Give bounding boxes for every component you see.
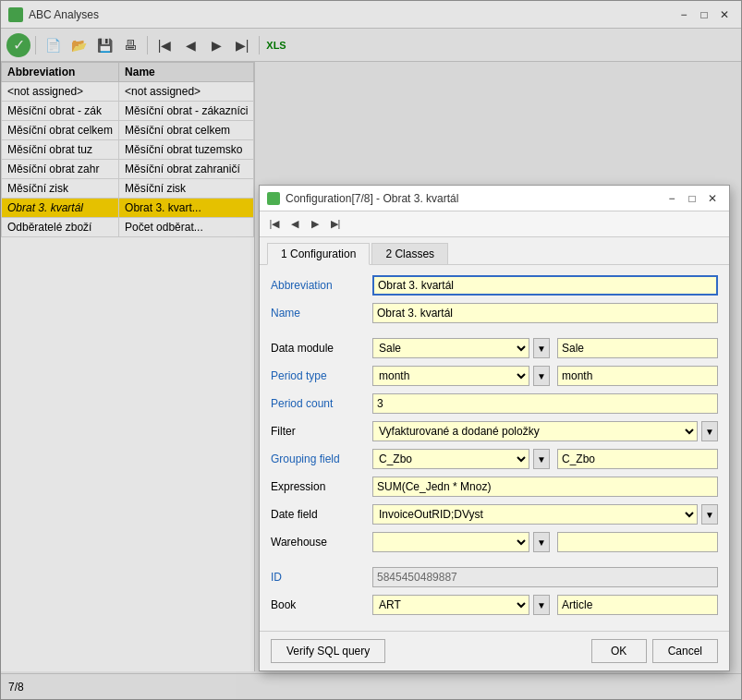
name-row: Name (271, 302, 718, 324)
grouping-field-text[interactable] (557, 449, 718, 469)
period-type-select[interactable]: month (372, 366, 529, 386)
period-count-input[interactable] (372, 393, 718, 414)
configuration-form: Abbreviation Name Data module Sale ▼ Per… (260, 265, 729, 631)
verify-sql-button[interactable]: Verify SQL query (271, 639, 385, 663)
warehouse-dropdown-btn[interactable]: ▼ (533, 532, 550, 552)
filter-row: Filter Vyfakturované a dodané položky ▼ (271, 420, 718, 442)
name-label: Name (271, 307, 372, 320)
dialog-minimize-button[interactable]: − (663, 189, 681, 208)
configuration-dialog: Configuration[7/8] - Obrat 3. kvartál − … (259, 185, 730, 671)
dialog-last-button[interactable]: ▶| (326, 215, 345, 234)
book-row: Book ART ▼ (271, 594, 718, 616)
dialog-window-controls: − □ ✕ (663, 189, 722, 208)
dialog-toolbar: |◀ ◀ ▶ ▶| (260, 211, 729, 237)
period-type-select-wrap: month ▼ (372, 366, 718, 386)
id-row: ID (271, 566, 718, 588)
dialog-icon (267, 192, 280, 205)
date-field-row: Date field InvoiceOutRID;DVyst ▼ (271, 503, 718, 525)
grouping-field-select[interactable]: C_Zbo (372, 449, 529, 469)
dialog-tabs: 1 Configuration 2 Classes (260, 237, 729, 265)
grouping-field-row: Grouping field C_Zbo ▼ (271, 448, 718, 470)
book-select[interactable]: ART (372, 595, 529, 615)
warehouse-select-wrap: ▼ (372, 532, 718, 552)
ok-button[interactable]: OK (591, 639, 647, 663)
cancel-button[interactable]: Cancel (652, 639, 718, 663)
dialog-maximize-button[interactable]: □ (683, 189, 701, 208)
date-field-select[interactable]: InvoiceOutRID;DVyst (372, 504, 698, 525)
data-module-select-wrap: Sale ▼ (372, 338, 718, 358)
book-text[interactable] (557, 595, 718, 615)
period-count-label: Period count (271, 397, 372, 410)
expression-label: Expression (271, 480, 372, 493)
period-type-row: Period type month ▼ (271, 365, 718, 387)
period-type-label: Period type (271, 369, 372, 382)
filter-select-wrap: Vyfakturované a dodané položky ▼ (372, 421, 718, 441)
dialog-title-bar: Configuration[7/8] - Obrat 3. kvartál − … (260, 186, 729, 211)
filter-select[interactable]: Vyfakturované a dodané položky (372, 421, 698, 441)
expression-input[interactable] (372, 477, 718, 497)
abbreviation-row: Abbreviation (271, 274, 718, 296)
dialog-close-button[interactable]: ✕ (703, 189, 722, 208)
warehouse-select[interactable] (372, 532, 529, 552)
abbreviation-label: Abbreviation (271, 279, 372, 292)
dialog-footer: Verify SQL query OK Cancel (260, 631, 729, 670)
dialog-ok-cancel-group: OK Cancel (591, 639, 718, 663)
grouping-field-label: Grouping field (271, 453, 372, 465)
expression-row: Expression (271, 476, 718, 498)
book-dropdown-btn[interactable]: ▼ (533, 595, 550, 615)
grouping-field-dropdown-btn[interactable]: ▼ (533, 449, 550, 469)
date-field-label: Date field (271, 508, 372, 521)
dialog-prev-button[interactable]: ◀ (286, 215, 304, 234)
warehouse-label: Warehouse (271, 536, 372, 549)
dialog-next-button[interactable]: ▶ (306, 215, 324, 234)
id-input (372, 567, 718, 587)
data-module-label: Data module (271, 342, 372, 355)
tab-configuration[interactable]: 1 Configuration (267, 243, 370, 265)
period-type-text[interactable] (557, 366, 718, 386)
book-select-wrap: ART ▼ (372, 595, 718, 615)
id-label: ID (271, 571, 372, 584)
data-module-select[interactable]: Sale (372, 338, 529, 358)
period-count-row: Period count (271, 392, 718, 415)
filter-dropdown-btn[interactable]: ▼ (701, 421, 718, 441)
tab-classes[interactable]: 2 Classes (371, 243, 448, 264)
book-label: Book (271, 598, 372, 611)
grouping-field-select-wrap: C_Zbo ▼ (372, 449, 718, 469)
data-module-text[interactable] (557, 338, 718, 358)
filter-label: Filter (271, 425, 372, 438)
dialog-title-text: Configuration[7/8] - Obrat 3. kvartál (286, 192, 663, 205)
name-input[interactable] (372, 303, 718, 323)
data-module-row: Data module Sale ▼ (271, 337, 718, 359)
date-field-dropdown-btn[interactable]: ▼ (701, 504, 718, 525)
warehouse-row: Warehouse ▼ (271, 531, 718, 553)
date-field-select-wrap: InvoiceOutRID;DVyst ▼ (372, 504, 718, 525)
warehouse-text[interactable] (557, 532, 718, 552)
abbreviation-input[interactable] (372, 275, 718, 296)
data-module-dropdown-btn[interactable]: ▼ (533, 338, 550, 358)
period-type-dropdown-btn[interactable]: ▼ (533, 366, 550, 386)
dialog-first-button[interactable]: |◀ (265, 215, 284, 234)
